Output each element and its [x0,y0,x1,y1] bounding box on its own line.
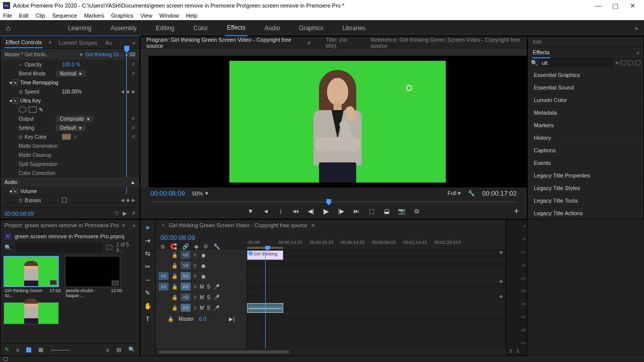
menu-markers[interactable]: Markers [84,13,104,19]
slip-tool[interactable]: ↔ [143,275,152,284]
solo-l-button[interactable]: S [509,348,512,353]
lock-icon[interactable]: 🔒 [172,274,178,279]
master-value[interactable]: 0.0 [199,316,206,322]
bin-filter-icon[interactable] [107,245,112,250]
minimize-button[interactable]: — [590,0,607,11]
ec-matte-clean[interactable]: Matte Cleanup [19,152,51,158]
sync-icon[interactable]: ⎘ [194,295,197,300]
track-head-a2[interactable]: 🔒A2⎘MS🎤 [155,292,247,303]
find-icon[interactable]: 🔍 [128,346,135,353]
playhead-icon[interactable] [326,199,331,205]
marker-icon[interactable]: ◆ [194,243,198,250]
ec-ultra-key[interactable]: Ultra Key [20,98,41,104]
close-button[interactable]: ✕ [624,0,641,11]
key-add-icon[interactable]: ◆ [126,89,130,94]
solo-button[interactable]: S [207,305,210,311]
mic-icon[interactable]: 🎤 [213,305,219,311]
key-color-swatch[interactable] [62,134,71,140]
resolution-dropdown[interactable]: Full ▾ [448,190,461,197]
timeline-scrollbar[interactable] [158,348,503,355]
effects-search-input[interactable] [540,59,613,67]
ws-editing[interactable]: Editing [154,21,177,36]
settings-icon[interactable]: ⚙ [203,243,208,250]
automate-icon[interactable]: ▤ [116,346,121,353]
program-timecode[interactable]: 00:00:08:09 [150,190,185,197]
mute-button[interactable]: M [200,305,204,311]
comparison-button[interactable]: ⧉ [413,207,421,215]
program-canvas[interactable] [148,56,527,188]
prog-tab-menu-icon[interactable]: ≡ [307,40,310,46]
scroll-marker-icon[interactable] [500,280,503,283]
sync-icon[interactable]: ⎘ [194,284,197,290]
type-tool[interactable]: T [143,314,152,323]
panel-markers[interactable]: Markers [528,119,643,132]
panel-essential-graphics[interactable]: Essential Graphics [528,69,643,81]
tab-effects[interactable]: Effects [532,47,550,58]
ec-keycolor-reset-icon[interactable]: ↺ [131,134,135,139]
ws-libraries[interactable]: Libraries [340,21,367,36]
wrench-icon[interactable]: 🔧 [468,190,475,197]
track-head-v3[interactable]: 🔒V3⎘◉ [155,250,247,260]
panel-essential-sound[interactable]: Essential Sound [528,81,643,94]
eyedropper-icon[interactable]: ⟋ [73,134,78,140]
mute-button[interactable]: M [200,284,204,290]
eye-icon[interactable]: ◉ [200,263,207,268]
wrench-icon[interactable]: 🔧 [213,243,220,250]
sync-icon[interactable]: ⎘ [194,252,197,258]
lock-icon[interactable]: 🔒 [172,295,178,300]
go-to-out-button[interactable]: ⏭ [352,207,360,215]
mask-rect-icon[interactable] [29,107,37,113]
pen-tool[interactable]: ✎ [143,288,152,297]
eye-icon[interactable]: ◉ [200,274,207,279]
mic-icon[interactable]: 🎤 [213,284,219,290]
go-to-in-button[interactable]: ⏮ [292,207,300,215]
time-ruler[interactable]: :00:00 00:00:14:23 00:00:29:23 00:00:44:… [247,239,506,250]
play-button[interactable]: ▶ [322,207,330,215]
selection-tool[interactable]: ➤ [143,223,152,232]
panel-legacy-title-actions[interactable]: Legacy Title Actions [528,207,643,219]
lock-icon[interactable]: 🔒 [172,252,178,258]
menu-help[interactable]: Help [186,13,198,19]
tab-audio-clip[interactable]: Au [104,38,113,48]
step-back-button[interactable]: ◀| [307,207,315,215]
tab-info[interactable]: Info [532,37,543,47]
ec-opacity-reset-icon[interactable]: ↺ [131,62,135,67]
ec-overflow-icon[interactable]: » [132,40,135,46]
audio-collapse-icon[interactable]: ▲ [130,179,135,185]
hand-tool[interactable]: ✋ [143,301,152,310]
panel-history[interactable]: History [528,132,643,144]
ws-assembly[interactable]: Assembly [109,21,139,36]
nest-icon[interactable]: ⊞ [160,243,165,250]
master-go-icon[interactable]: ▶| [229,316,234,322]
menu-edit[interactable]: Edit [19,13,29,19]
ec-matte-gen[interactable]: Matte Generation [19,143,57,149]
scroll-marker-icon[interactable] [500,251,503,254]
ruler-vertical[interactable] [140,56,148,188]
lock-icon[interactable]: 🔒 [172,263,178,268]
mute-button[interactable]: M [200,295,204,300]
panel-legacy-title-tools[interactable]: Legacy Title Tools [528,195,643,207]
ec-bypass-label[interactable]: Bypass [25,198,62,203]
effects-menu-icon[interactable]: ≡ [636,50,639,56]
lock-icon[interactable]: 🔒 [168,316,174,322]
ec-volume[interactable]: Volume [20,189,37,194]
panel-lumetri-color[interactable]: Lumetri Color [528,94,643,107]
seq-menu-icon[interactable]: ≡ [311,222,314,228]
32bit-badge-icon[interactable] [628,60,633,65]
zoom-slider[interactable]: ○──── [50,347,69,353]
eye-icon[interactable]: ◉ [200,252,207,258]
ec-tab-menu-icon[interactable]: ≡ [49,40,52,45]
solo-button[interactable]: S [207,284,210,290]
lock-icon[interactable]: 🔒 [172,305,178,311]
ec-color-corr[interactable]: Color Correction [19,170,55,176]
ec-clip-label[interactable]: Girl thinking Gr... [86,52,123,57]
lock-icon[interactable]: 🔒 [172,284,178,290]
maximize-button[interactable]: ▢ [607,0,624,11]
project-menu-icon[interactable]: ≡ [122,222,125,228]
snap-icon[interactable]: 🧲 [170,243,177,250]
ec-audio-header[interactable]: Audio [5,179,18,185]
program-tab[interactable]: Program: Girl thinking Green Screen Vide… [146,37,292,49]
razor-tool[interactable]: ✂ [143,262,152,271]
sync-icon[interactable]: ⎘ [194,274,197,279]
bin-item-1[interactable]: Girl thinking Green Sc...17:02 [4,256,62,299]
